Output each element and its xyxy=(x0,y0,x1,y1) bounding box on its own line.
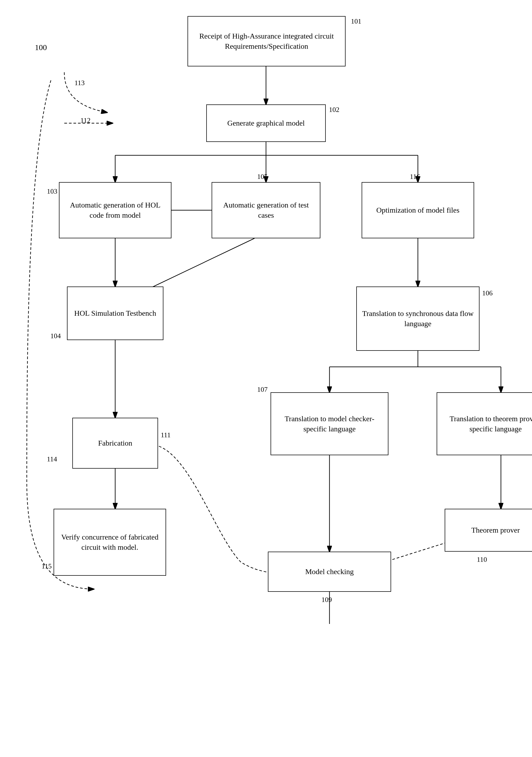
label-115: 115 xyxy=(42,562,52,570)
box-103: Automatic generation of HOL code from mo… xyxy=(59,182,172,238)
label-104: 104 xyxy=(50,332,61,340)
label-100: 100 xyxy=(35,43,47,52)
label-114: 114 xyxy=(47,455,57,463)
label-109: 109 xyxy=(322,596,332,604)
box-108: Translation to theorem prover-specific l… xyxy=(437,392,532,455)
label-105: 105 xyxy=(257,173,267,181)
label-113: 113 xyxy=(75,79,85,87)
box-107: Translation to model checker-specific la… xyxy=(270,392,389,455)
box-101: Receipt of High-Assurance integrated cir… xyxy=(188,16,346,66)
diagram-container: Receipt of High-Assurance integrated cir… xyxy=(0,0,532,757)
label-110: 110 xyxy=(477,556,487,564)
box-109: Model checking xyxy=(268,552,391,592)
label-112: 112 xyxy=(80,116,91,125)
label-101: 101 xyxy=(351,17,361,25)
box-105: Automatic generation of test cases xyxy=(212,182,320,238)
box-optimization: Optimization of model files xyxy=(361,182,474,238)
box-104: HOL Simulation Testbench xyxy=(67,287,163,340)
box-110: Theorem prover xyxy=(445,509,532,552)
label-102: 102 xyxy=(329,106,339,114)
label-116: 116 xyxy=(410,173,420,181)
box-102: Generate graphical model xyxy=(206,105,326,142)
label-103: 103 xyxy=(47,188,57,196)
box-fabrication: Fabrication xyxy=(72,418,158,469)
label-106: 106 xyxy=(482,289,493,297)
label-111: 111 xyxy=(161,431,171,439)
svg-line-12 xyxy=(137,238,255,294)
label-107: 107 xyxy=(257,386,267,394)
box-115: Verify concurrence of fabricated circuit… xyxy=(53,509,166,576)
box-106: Translation to synchronous data flow lan… xyxy=(356,287,480,351)
